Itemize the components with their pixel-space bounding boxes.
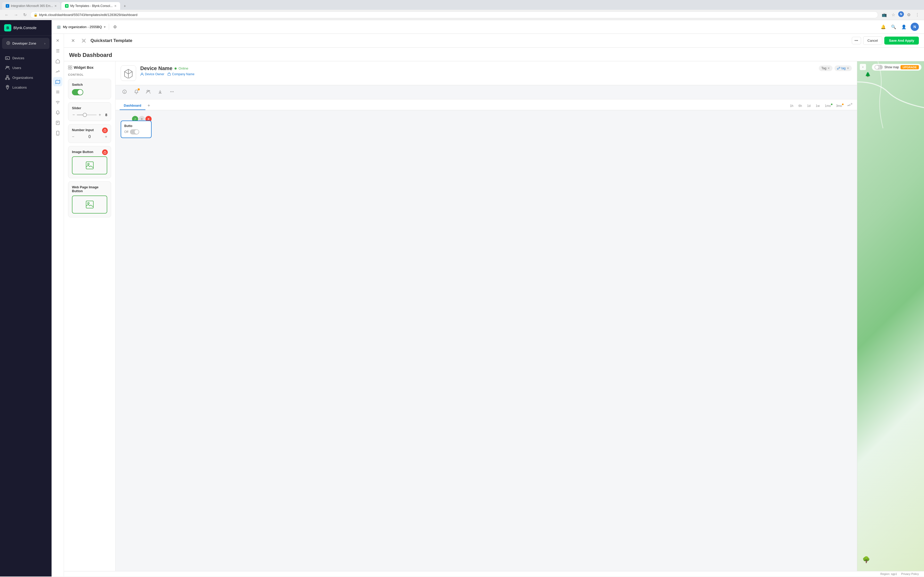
- number-input-widget-item[interactable]: Number Input − 0 +: [68, 124, 111, 143]
- switch-toggle[interactable]: [72, 89, 83, 95]
- close-template-button[interactable]: ✕: [69, 37, 77, 45]
- upgrade-button[interactable]: UPGRADE: [901, 65, 919, 69]
- tag-label-1: Tag: [821, 66, 826, 70]
- number-decrease-button[interactable]: −: [72, 134, 74, 139]
- address-text: blynk.cloud/dashboard/550743/templates/e…: [39, 13, 137, 17]
- time-1h-button[interactable]: 1h: [788, 103, 795, 109]
- search-button[interactable]: 🔍: [890, 23, 897, 31]
- app: B Blynk.Console Developer Zone › Devices: [0, 20, 924, 577]
- slider-track[interactable]: [77, 114, 97, 115]
- list-icon-button[interactable]: [53, 87, 62, 97]
- back-button[interactable]: ←: [3, 11, 10, 18]
- bell-action-button[interactable]: [132, 88, 140, 97]
- canvas-switch-widget[interactable]: Butto Off: [121, 121, 152, 138]
- dashboard-tab-bar: Dashboard + 1h 6h 1d 1w 1mo: [115, 100, 857, 110]
- device-owner-text: Device Owner: [145, 73, 164, 76]
- tab-bar: I Integration Microsoft 365 Em... ✕ B My…: [0, 0, 924, 10]
- address-bar[interactable]: 🔒 blynk.cloud/dashboard/550743/templates…: [30, 11, 878, 18]
- owner-icon: [140, 73, 144, 76]
- widget-canvas[interactable]: Butto Off: [115, 110, 857, 571]
- switch-widget-item[interactable]: Switch: [68, 79, 111, 99]
- tab-integration[interactable]: I Integration Microsoft 365 Em... ✕: [2, 2, 60, 10]
- more-options-button[interactable]: •••: [852, 37, 861, 44]
- slider-thumb[interactable]: [83, 113, 87, 117]
- extensions-button[interactable]: ⚙: [905, 11, 912, 18]
- canvas-mini-switch[interactable]: [130, 129, 139, 134]
- map-icon-button[interactable]: [53, 77, 62, 86]
- user-button[interactable]: 👤: [900, 23, 908, 31]
- sidebar-item-users[interactable]: Users: [2, 63, 50, 73]
- sidebar-nav: Devices Users Organizations Locations: [0, 51, 52, 577]
- web-image-button-widget-item[interactable]: Web Page Image Button: [68, 181, 111, 218]
- tab-close-2[interactable]: ✕: [114, 4, 116, 8]
- tag-remove-1[interactable]: ✕: [827, 66, 830, 70]
- sidebar-item-devices[interactable]: Devices: [2, 53, 50, 63]
- time-1w-button[interactable]: 1w: [814, 103, 822, 109]
- org-name: My organization - 2555BQ: [63, 25, 102, 29]
- notifications-button[interactable]: 🔔: [880, 23, 887, 31]
- editor-layout: ✕ ☰: [52, 34, 924, 577]
- download-action-button[interactable]: [156, 88, 164, 97]
- map-close-button[interactable]: ‹: [860, 64, 866, 70]
- dashboard-tab-main[interactable]: Dashboard: [120, 102, 145, 110]
- map-toggle-thumb: [875, 65, 879, 69]
- bookmark-button[interactable]: ☆: [890, 11, 897, 18]
- time-chart-button[interactable]: [845, 103, 853, 109]
- svg-rect-14: [70, 66, 72, 67]
- wifi-icon-button[interactable]: [53, 98, 62, 107]
- time-range: 1h 6h 1d 1w 1mo 3mo: [788, 103, 853, 109]
- bell-icon-button[interactable]: [53, 108, 62, 117]
- sidebar-item-locations[interactable]: Locations: [2, 82, 50, 92]
- time-1d-button[interactable]: 1d: [805, 103, 813, 109]
- canvas-switch-state: Off: [124, 129, 148, 134]
- close-panel-button[interactable]: ✕: [53, 36, 62, 45]
- tag-chip-2: tag ✕: [835, 65, 852, 71]
- cast-button[interactable]: 📺: [880, 11, 888, 18]
- hamburger-button[interactable]: ☰: [53, 46, 62, 55]
- chart-icon-button[interactable]: [53, 67, 62, 76]
- profile-button[interactable]: N: [898, 11, 904, 17]
- users-action-button[interactable]: [144, 88, 152, 97]
- device-name: Device Name: [140, 65, 173, 71]
- sidebar-item-label-devices: Devices: [12, 56, 24, 60]
- sidebar-item-organizations[interactable]: Organizations: [2, 73, 50, 82]
- menu-button[interactable]: ⋮: [914, 11, 921, 18]
- map-overlay: Show map UPGRADE: [872, 64, 921, 71]
- zone-chevron-icon: ›: [44, 42, 45, 45]
- time-6h-button[interactable]: 6h: [796, 103, 804, 109]
- phone-icon-button[interactable]: [53, 129, 62, 138]
- time-1mo-button[interactable]: 1mo: [823, 103, 833, 109]
- time-3mo-button[interactable]: 3mo: [834, 103, 844, 109]
- map-show-toggle[interactable]: [874, 65, 883, 69]
- cancel-button[interactable]: Cancel: [863, 36, 882, 45]
- map-panel: ‹ Show map UPGRADE 🌲 🌳: [857, 61, 924, 571]
- save-apply-button[interactable]: Save And Apply: [884, 37, 919, 45]
- new-tab-button[interactable]: +: [121, 2, 128, 10]
- forward-button[interactable]: →: [12, 11, 19, 18]
- sidebar-item-label-locations: Locations: [12, 85, 27, 89]
- tag-remove-2[interactable]: ✕: [846, 66, 849, 70]
- svg-rect-15: [68, 68, 70, 69]
- tab-blynk[interactable]: B My Templates - Blynk.Consol... ✕: [61, 2, 120, 10]
- number-input-container: − 0 +: [72, 134, 107, 139]
- time-chart-icon: [847, 103, 851, 107]
- slider-increase-button[interactable]: +: [98, 113, 102, 117]
- tab-close-1[interactable]: ✕: [54, 4, 57, 8]
- image-button-widget-item[interactable]: Image Button: [68, 146, 111, 178]
- more-action-button[interactable]: [168, 88, 176, 97]
- canvas-widget-container: Butto Off: [121, 121, 152, 138]
- settings-button[interactable]: ⚙: [112, 23, 118, 31]
- number-increase-button[interactable]: +: [105, 134, 107, 139]
- slider-decrease-button[interactable]: −: [72, 113, 75, 117]
- book-icon-button[interactable]: [53, 118, 62, 127]
- info-action-button[interactable]: [121, 88, 128, 97]
- developer-zone[interactable]: Developer Zone ›: [2, 38, 50, 49]
- privacy-link[interactable]: Privacy Policy: [901, 572, 919, 575]
- avatar[interactable]: N: [911, 23, 919, 31]
- reload-button[interactable]: ↻: [22, 11, 28, 18]
- add-tab-button[interactable]: +: [147, 102, 151, 110]
- slider-widget-item[interactable]: Slider − + 8: [68, 102, 111, 121]
- svg-rect-21: [86, 201, 93, 208]
- sidebar: B Blynk.Console Developer Zone › Devices: [0, 20, 52, 577]
- home-icon-button[interactable]: [53, 56, 62, 66]
